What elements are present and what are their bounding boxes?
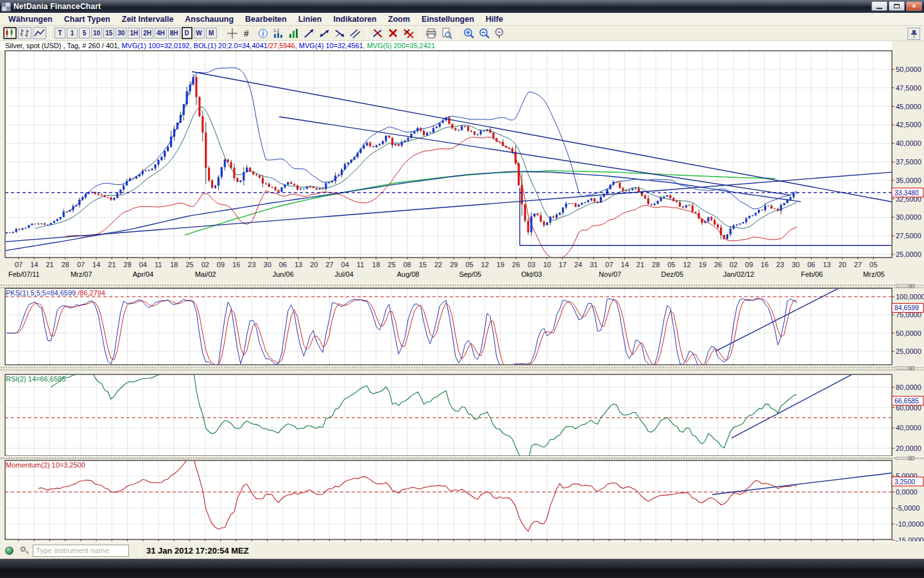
panel-close-icon[interactable]: x [908, 366, 914, 371]
grid-button[interactable]: # [241, 27, 255, 39]
rsi-indicator-panel[interactable]: 80,000060,000040,000020,0000RSI(2) 14=66… [0, 372, 924, 459]
menu-indikatoren[interactable]: Indikatoren [327, 13, 382, 26]
zoom-in-button[interactable] [462, 27, 476, 39]
delete-trendline-button[interactable] [371, 27, 385, 39]
menu-hilfe[interactable]: Hilfe [480, 13, 509, 26]
momentum-indicator-panel[interactable]: 5,00000,0000-5,0000-10,0000-15,0000Momen… [0, 459, 924, 541]
svg-text:13: 13 [823, 261, 830, 268]
taskbar: e » eForum - ARIVA.DE - ...NetDania Fina… [0, 559, 924, 578]
menu-linien[interactable]: Linien [293, 13, 328, 26]
interval-1h-button[interactable]: 1H [128, 28, 140, 39]
interval-1-button[interactable]: 1 [67, 28, 78, 39]
minimize-button[interactable] [871, 1, 887, 11]
interval-4h-button[interactable]: 4H [155, 28, 167, 39]
pks-indicator-panel[interactable]: 100,000075,000050,000025,0000PKS(1) 5;5;… [0, 283, 924, 372]
svg-text:18: 18 [170, 261, 178, 268]
ohlc-chart-button[interactable] [18, 27, 31, 39]
svg-text:20: 20 [310, 261, 318, 268]
zoom-out-button[interactable] [477, 27, 492, 39]
svg-text:06: 06 [279, 261, 287, 268]
svg-text:22: 22 [434, 261, 442, 268]
menu-anschauung[interactable]: Anschauung [179, 13, 239, 26]
svg-text:Jan/02/12: Jan/02/12 [723, 270, 754, 278]
main-price-chart[interactable]: 50,000047,500045,000042,500040,000037,50… [0, 50, 924, 283]
info-button[interactable]: i [256, 27, 270, 39]
interval-10-button[interactable]: 10 [91, 28, 102, 39]
connection-status-icon [5, 547, 13, 555]
svg-text:i: i [262, 30, 264, 37]
svg-text:Jun/06: Jun/06 [273, 270, 294, 278]
delete-selected-button[interactable] [386, 27, 400, 39]
print-button[interactable] [424, 27, 438, 39]
svg-text:PKS(1) 5;5;5=84,6599: PKS(1) 5;5;5=84,6599 [6, 289, 76, 297]
maximize-button[interactable] [889, 1, 905, 11]
legend-segment: , MVG(5) 200=35,2421 [363, 42, 435, 49]
svg-text:-10,0000: -10,0000 [896, 520, 923, 528]
main-toolbar: T151015301H2H4H8HDWM#i1.2 [0, 26, 924, 41]
svg-text:02: 02 [201, 261, 209, 268]
interval-15-button[interactable]: 15 [103, 28, 114, 39]
svg-text:Mrz/05: Mrz/05 [863, 270, 885, 278]
svg-text:37,5000: 37,5000 [896, 158, 921, 166]
zoom-reset-button[interactable] [493, 27, 507, 39]
splitter-grip-icon[interactable]: x [896, 366, 915, 370]
menu-zeit-intervalle[interactable]: Zeit Intervalle [116, 13, 180, 26]
crosshair-button[interactable] [225, 27, 239, 39]
interval-5-button[interactable]: 5 [79, 28, 90, 39]
menu-bearbeiten[interactable]: Bearbeiten [239, 13, 293, 26]
svg-text:21: 21 [637, 261, 644, 268]
line-chart-button[interactable] [33, 27, 46, 39]
delete-all-button[interactable] [402, 27, 416, 39]
instrument-search-input[interactable] [33, 545, 129, 557]
menu-zoom[interactable]: Zoom [382, 13, 416, 26]
svg-text:-5,0000: -5,0000 [896, 504, 920, 512]
volume-histogram-button[interactable] [287, 27, 301, 39]
svg-text:Feb/07/11: Feb/07/11 [8, 270, 40, 278]
menu-w-hrungen[interactable]: Währungen [3, 13, 58, 26]
chart-legend: Silver, spot (USD) , Tag, # 260 / 401, M… [0, 41, 892, 50]
svg-text:Momentum(2) 10=3,2500: Momentum(2) 10=3,2500 [6, 461, 85, 469]
print-preview-button[interactable] [440, 27, 454, 39]
interval-30-button[interactable]: 30 [116, 28, 126, 39]
svg-text:30,0000: 30,0000 [896, 213, 921, 221]
indicator-settings-button[interactable]: 1.2 [271, 27, 286, 39]
interval-2h-button[interactable]: 2H [141, 28, 153, 39]
svg-text:25: 25 [388, 261, 395, 268]
svg-text:0,0000: 0,0000 [896, 488, 918, 496]
svg-text:11: 11 [357, 261, 364, 268]
interval-8h-button[interactable]: 8H [168, 28, 180, 39]
svg-text:05: 05 [869, 261, 877, 268]
svg-text:#: # [244, 28, 249, 39]
interval-m-button[interactable]: M [206, 28, 217, 39]
svg-text:Mrz/07: Mrz/07 [71, 270, 92, 278]
trendline-ray-button[interactable] [333, 27, 347, 39]
svg-text:50,0000: 50,0000 [896, 329, 921, 337]
trendline-segment-button[interactable] [318, 27, 332, 39]
interval-t-button[interactable]: T [55, 28, 65, 39]
pin-button[interactable] [907, 28, 920, 40]
svg-text:Apr/04: Apr/04 [133, 270, 153, 278]
trendline-button[interactable] [302, 27, 316, 39]
svg-text:3,2500: 3,2500 [894, 478, 915, 486]
close-button[interactable]: × [906, 1, 922, 11]
svg-text:84,6599: 84,6599 [894, 304, 919, 311]
interval-w-button[interactable]: W [194, 28, 205, 39]
svg-text:07: 07 [77, 261, 85, 268]
svg-text:Aug/08: Aug/08 [397, 270, 420, 278]
svg-text:45,0000: 45,0000 [896, 103, 921, 110]
title-bar: NetDania FinanceChart × [0, 0, 924, 13]
menu-einstellungen[interactable]: Einstellungen [416, 13, 480, 26]
svg-text:23: 23 [776, 261, 784, 268]
candlestick-chart-button[interactable] [3, 27, 17, 39]
toolbar-separator [366, 28, 367, 39]
trendline-channel-button[interactable] [348, 27, 363, 39]
svg-text:24: 24 [574, 261, 582, 268]
interval-d-button[interactable]: D [182, 27, 193, 39]
svg-text:09: 09 [217, 261, 225, 268]
svg-text:30: 30 [792, 261, 800, 268]
menu-chart-typen[interactable]: Chart Typen [58, 13, 116, 26]
svg-text:42,5000: 42,5000 [896, 121, 921, 128]
panel-splitter-2[interactable]: x [0, 365, 924, 371]
svg-text:26: 26 [512, 261, 520, 268]
svg-text:21: 21 [46, 261, 53, 268]
